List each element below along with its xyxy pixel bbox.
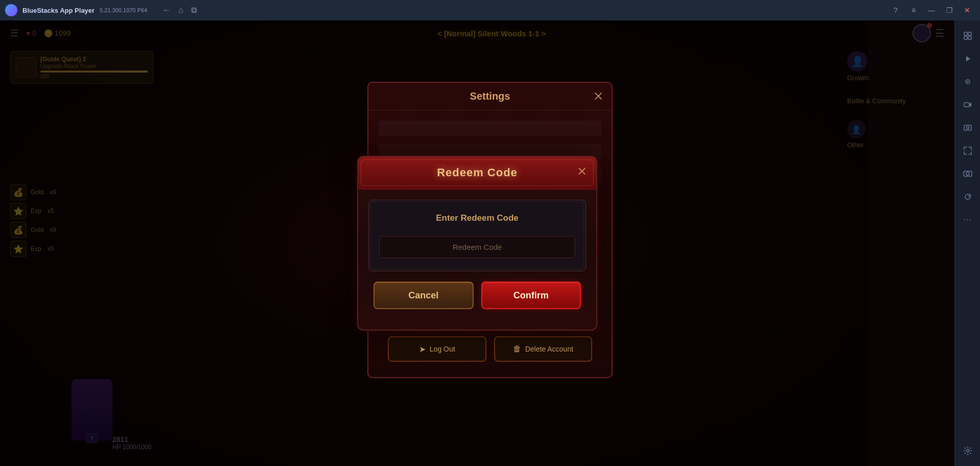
sidebar-video-button[interactable] [958,49,978,69]
redeem-buttons: Cancel Confirm [368,282,586,309]
sidebar-screenshot-button[interactable] [958,118,978,138]
svg-rect-0 [964,32,967,35]
sidebar-camera2-button[interactable] [958,164,978,184]
redeem-body: Enter Redeem Code Cancel Confirm [358,190,596,319]
svg-point-12 [966,172,969,175]
redeem-title: Redeem Code [437,166,518,179]
sidebar-expand-button[interactable] [958,26,978,46]
svg-rect-9 [964,125,971,130]
app-name: BlueStacks App Player [22,7,95,14]
sidebar-bottom [958,440,978,461]
redeem-dialog-overlay: Redeem Code Enter Redeem Code Cancel Con… [0,20,954,466]
sidebar-more-button[interactable]: ··· [958,209,978,230]
right-sidebar: ··· [954,20,980,466]
app-version: 5.21.300.1070 P64 [100,7,147,13]
titlebar: BlueStacks App Player 5.21.300.1070 P64 … [0,0,980,20]
redeem-code-input[interactable] [379,236,575,258]
svg-point-6 [967,81,968,83]
close-button[interactable]: ✕ [960,3,975,18]
sidebar-record-button[interactable] [958,95,978,115]
titlebar-nav: ← ⌂ ⧉ [162,6,197,15]
bluestacks-logo [5,4,17,16]
help-button[interactable]: ? [888,3,903,18]
svg-rect-3 [968,36,971,39]
sidebar-resize-button[interactable] [958,141,978,161]
redeem-cancel-button[interactable]: Cancel [374,282,474,309]
restore-button[interactable]: ❐ [942,3,957,18]
titlebar-right: ? ≡ — ❐ ✕ [888,3,975,18]
svg-rect-2 [964,36,967,39]
svg-point-13 [966,450,969,452]
redeem-close-button[interactable] [574,163,590,179]
sidebar-refresh-button[interactable] [958,187,978,207]
copy-button[interactable]: ⧉ [191,6,197,15]
titlebar-left: BlueStacks App Player 5.21.300.1070 P64 … [5,4,197,16]
sidebar-settings-button[interactable] [958,440,978,461]
back-button[interactable]: ← [162,6,171,15]
svg-marker-4 [966,56,970,61]
svg-point-10 [966,127,969,129]
sidebar-camera-button[interactable] [958,72,978,92]
svg-rect-1 [968,32,971,35]
minimize-button[interactable]: — [924,3,939,18]
redeem-input-area: Enter Redeem Code [368,200,586,271]
redeem-dialog-header: Redeem Code [358,157,596,190]
menu-button[interactable]: ≡ [906,3,921,18]
redeem-dialog: Redeem Code Enter Redeem Code Cancel Con… [357,156,597,331]
redeem-confirm-button[interactable]: Confirm [481,282,581,309]
redeem-placeholder-text: Enter Redeem Code [379,213,575,223]
home-button[interactable]: ⌂ [178,6,183,15]
svg-rect-7 [964,103,969,107]
